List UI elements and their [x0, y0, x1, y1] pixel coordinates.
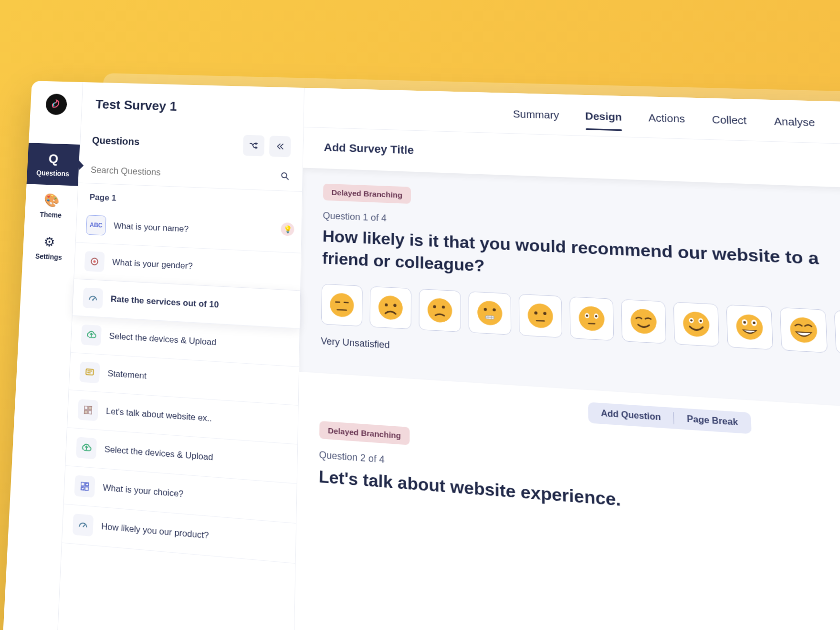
shuffle-icon: [249, 140, 259, 150]
questions-icon: Q: [48, 151, 59, 167]
app-logo[interactable]: [45, 94, 67, 115]
sidebar-header: Questions: [92, 135, 139, 147]
question-text: Select the devices & Upload: [104, 444, 286, 469]
svg-point-13: [330, 293, 354, 317]
question-text: Statement: [107, 368, 288, 390]
rail-item-questions[interactable]: Q Questions: [27, 143, 80, 186]
svg-point-20: [428, 298, 452, 323]
question-text: Select the devices & Upload: [109, 331, 289, 352]
svg-point-17: [378, 295, 403, 321]
checkbox-grid-icon: [74, 475, 95, 498]
rail-item-theme[interactable]: 🎨 Theme: [24, 184, 78, 228]
svg-rect-8: [88, 410, 92, 414]
svg-point-37: [630, 308, 657, 335]
rating-option[interactable]: [469, 292, 512, 336]
main-panel: Summary Design Actions Collect Analyse A…: [292, 88, 840, 630]
svg-rect-7: [84, 410, 87, 414]
gauge-icon: [73, 514, 94, 536]
rail-item-label: Questions: [36, 169, 70, 178]
text-field-icon: ABC: [86, 215, 106, 235]
shuffle-button[interactable]: [243, 135, 264, 157]
tab-actions[interactable]: Actions: [648, 112, 685, 132]
upload-icon: [76, 437, 97, 459]
svg-point-2: [93, 260, 95, 262]
survey-title: Test Survey 1: [81, 82, 304, 128]
gauge-icon: [83, 287, 103, 309]
tab-analyse[interactable]: Analyse: [774, 116, 816, 136]
search-icon[interactable]: [280, 171, 290, 184]
tab-summary[interactable]: Summary: [513, 108, 559, 128]
branching-badge: Delayed Branching: [323, 184, 411, 204]
svg-rect-4: [86, 369, 94, 375]
svg-rect-9: [81, 482, 84, 486]
palette-icon: 🎨: [43, 192, 60, 208]
question-text: Rate the services out of 10: [110, 294, 289, 314]
question-canvas: Delayed Branching Question 1 of 4 How li…: [299, 168, 840, 421]
rating-option[interactable]: [780, 307, 828, 353]
branching-badge: Delayed Branching: [319, 421, 410, 445]
scale-min-label: Very Unsatisfied: [321, 336, 390, 351]
svg-point-48: [789, 317, 818, 344]
rail-item-label: Settings: [35, 252, 62, 261]
svg-rect-12: [85, 487, 88, 491]
chevron-left-double-icon: [275, 141, 285, 152]
rail-item-settings[interactable]: ⚙ Settings: [22, 225, 76, 270]
add-survey-title[interactable]: Add Survey Title: [324, 141, 414, 157]
svg-point-31: [579, 306, 605, 332]
collapse-button[interactable]: [269, 136, 291, 157]
rail-item-label: Theme: [40, 210, 62, 219]
svg-point-0: [282, 173, 287, 178]
search-input[interactable]: [91, 165, 280, 183]
upload-icon: [81, 325, 102, 346]
rating-option[interactable]: [621, 299, 666, 344]
rating-option[interactable]: [834, 310, 840, 357]
tab-collect[interactable]: Collect: [712, 114, 747, 135]
question-text: What is your name?: [114, 221, 291, 239]
question-text: Let's talk about website ex..: [106, 406, 287, 430]
rating-option[interactable]: [321, 284, 363, 327]
question-text: What is your choice?: [103, 483, 286, 508]
svg-point-38: [683, 311, 710, 337]
svg-rect-6: [88, 406, 92, 410]
radio-icon: [84, 251, 105, 272]
rating-option[interactable]: [369, 286, 411, 329]
rating-option[interactable]: [569, 297, 614, 341]
app-window: Q Questions 🎨 Theme ⚙ Settings Test Surv…: [0, 81, 840, 630]
svg-rect-5: [84, 406, 88, 410]
rating-option[interactable]: [726, 304, 773, 350]
rating-option[interactable]: [419, 289, 461, 332]
svg-point-27: [528, 303, 553, 329]
tab-design[interactable]: Design: [585, 110, 622, 130]
statement-icon: [79, 361, 100, 383]
svg-point-23: [477, 301, 502, 326]
question-text: How likely you our product?: [101, 521, 285, 548]
rating-option[interactable]: [673, 302, 720, 347]
question-list: ABC What is your name? 💡 What is your ge…: [62, 207, 302, 564]
question-text: What is your gender?: [112, 257, 291, 276]
matrix-icon: [78, 399, 99, 421]
svg-point-43: [736, 314, 764, 340]
rating-option[interactable]: [519, 294, 562, 338]
gear-icon: ⚙: [43, 234, 55, 250]
questions-sidebar: Test Survey 1 Questions Page 1: [52, 82, 304, 630]
suggestion-icon[interactable]: 💡: [281, 222, 294, 236]
